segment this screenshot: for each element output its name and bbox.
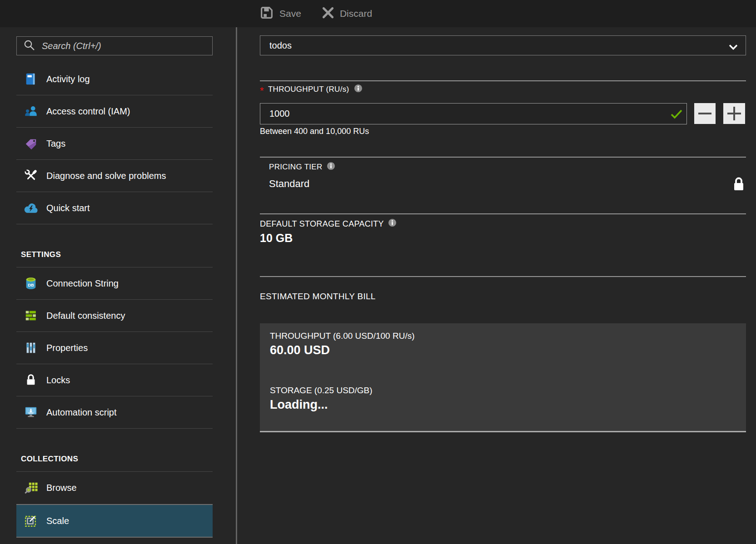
sidebar-item-label: Activity log <box>46 74 90 84</box>
info-icon[interactable] <box>354 84 363 95</box>
sidebar-item-label: Scale <box>46 516 69 526</box>
divider <box>260 157 746 158</box>
default-consistency-icon <box>24 308 38 323</box>
sidebar-search <box>16 36 213 55</box>
diagnose-tools-icon <box>24 168 38 183</box>
automation-script-icon <box>24 405 38 420</box>
divider <box>260 213 746 214</box>
locked-setting-icon <box>732 176 745 193</box>
browse-icon <box>24 481 38 495</box>
pricing-tier-value: Standard <box>269 178 309 190</box>
discard-button[interactable]: Discard <box>321 6 372 22</box>
scale-blade-content: todos * THROUGHPUT (RU/s) <box>260 27 746 544</box>
required-asterisk: * <box>260 89 264 93</box>
storage-capacity-value: 10 GB <box>260 232 293 245</box>
sidebar-item-label: Access control (IAM) <box>46 106 130 117</box>
bill-throughput-label: THROUGHPUT (6.00 USD/100 RU/s) <box>270 331 415 341</box>
sidebar-item-label: Tags <box>46 138 65 149</box>
toolbar: Save Discard <box>259 0 372 27</box>
sidebar-nav: Activity log Access control (IAM) <box>16 63 213 538</box>
info-icon[interactable] <box>388 218 397 229</box>
sidebar-item-tags[interactable]: Tags <box>16 128 213 160</box>
divider <box>260 276 746 277</box>
save-icon <box>259 5 274 23</box>
command-bar: Save Discard <box>0 0 756 27</box>
sidebar-item-label: Connection String <box>46 278 119 289</box>
sidebar-item-label: Default consistency <box>46 311 125 321</box>
throughput-input-wrap <box>260 103 687 124</box>
sidebar-item-activity-log[interactable]: Activity log <box>16 63 213 95</box>
quick-start-icon <box>24 201 38 215</box>
search-icon <box>23 39 35 53</box>
estimated-bill-header: ESTIMATED MONTHLY BILL <box>260 292 376 302</box>
discard-label: Discard <box>340 8 372 19</box>
settings-section-header: SETTINGS <box>16 224 213 267</box>
info-icon[interactable] <box>327 162 335 173</box>
properties-icon <box>24 341 38 355</box>
activity-log-icon <box>24 72 38 86</box>
sidebar-item-scale[interactable]: Scale <box>16 504 213 538</box>
storage-capacity-label: DEFAULT STORAGE CAPACITY <box>260 218 397 229</box>
azure-scale-blade: Save Discard <box>0 0 756 544</box>
divider <box>260 80 746 81</box>
sidebar-item-default-consistency[interactable]: Default consistency <box>16 300 213 332</box>
connection-string-icon: DB <box>24 276 38 291</box>
sidebar-item-label: Properties <box>46 343 88 353</box>
blade-separator <box>236 27 237 544</box>
throughput-field-label: * THROUGHPUT (RU/s) <box>260 84 363 95</box>
collection-dropdown[interactable]: todos <box>260 35 746 55</box>
db-icon-label: DB <box>28 283 34 287</box>
tags-icon <box>24 136 38 151</box>
estimated-bill-panel: THROUGHPUT (6.00 USD/100 RU/s) 60.00 USD… <box>260 323 746 432</box>
scale-icon <box>24 514 38 528</box>
pricing-tier-label: PRICING TIER <box>269 162 335 173</box>
valid-checkmark-icon <box>670 109 683 121</box>
sidebar-item-quick-start[interactable]: Quick start <box>16 192 213 224</box>
collection-dropdown-value: todos <box>269 40 292 51</box>
sidebar-item-connection-string[interactable]: DB Connection String <box>16 267 213 300</box>
chevron-down-icon <box>728 42 738 53</box>
throughput-range-hint: Between 400 and 10,000 RUs <box>260 127 369 136</box>
sidebar-item-label: Quick start <box>46 203 90 213</box>
sidebar-item-locks[interactable]: Locks <box>16 364 213 396</box>
sidebar-item-label: Diagnose and solve problems <box>46 171 166 181</box>
sidebar: Activity log Access control (IAM) <box>0 27 236 544</box>
throughput-decrease-button[interactable] <box>694 103 716 124</box>
sidebar-item-label: Locks <box>46 375 70 386</box>
discard-icon <box>321 6 335 22</box>
throughput-input[interactable] <box>260 104 686 124</box>
sidebar-item-label: Browse <box>46 483 77 493</box>
sidebar-item-properties[interactable]: Properties <box>16 332 213 364</box>
collections-section-header: COLLECTIONS <box>16 429 213 472</box>
sidebar-item-diagnose[interactable]: Diagnose and solve problems <box>16 160 213 192</box>
sidebar-item-label: Automation script <box>46 407 117 418</box>
bill-storage-value: Loading... <box>270 398 328 412</box>
bill-storage-label: STORAGE (0.25 USD/GB) <box>270 386 373 396</box>
locks-icon <box>24 373 38 387</box>
throughput-increase-button[interactable] <box>723 103 745 124</box>
save-button[interactable]: Save <box>259 5 301 23</box>
save-label: Save <box>279 8 301 19</box>
bill-throughput-value: 60.00 USD <box>270 343 330 357</box>
search-input[interactable] <box>42 41 208 51</box>
sidebar-item-browse[interactable]: Browse <box>16 472 213 504</box>
sidebar-item-access-control[interactable]: Access control (IAM) <box>16 95 213 128</box>
access-control-icon <box>24 104 38 119</box>
sidebar-item-automation-script[interactable]: Automation script <box>16 396 213 429</box>
